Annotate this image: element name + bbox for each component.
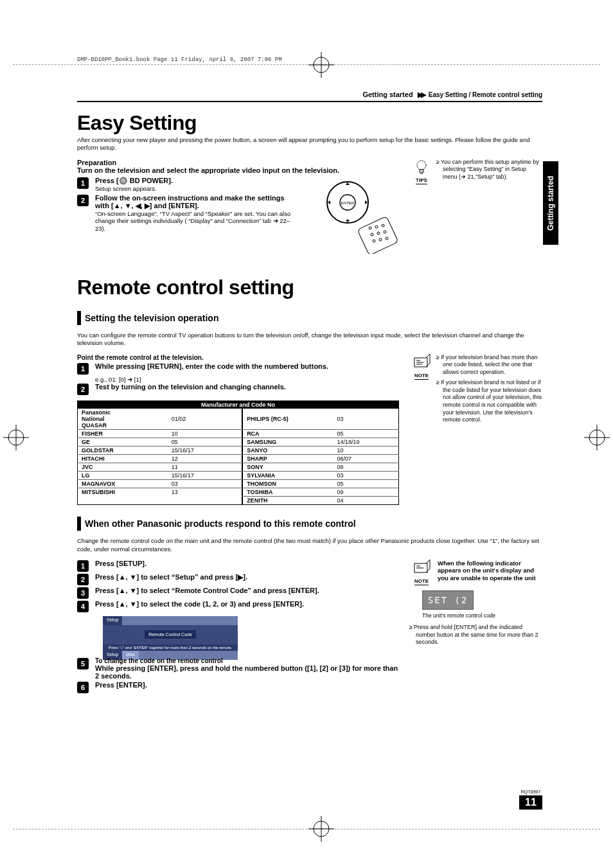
step-number-1: 1 (77, 363, 89, 375)
table-cell-code: 03 (168, 479, 242, 488)
seven-segment-display: SET ⟨2 (422, 590, 474, 610)
heading-remote-control: Remote control setting (77, 276, 542, 299)
table-cell-brand: SANYO (243, 446, 333, 454)
header-section: Getting started (362, 91, 413, 98)
step-number-1: 1 (77, 177, 89, 189)
svg-rect-15 (357, 216, 398, 254)
section-title-tv-operation: Setting the television operation (85, 311, 218, 325)
table-cell-code: 03 (333, 471, 398, 479)
step-number-5: 5 (77, 658, 89, 669)
svg-point-16 (369, 227, 371, 229)
step-number-3: 3 (77, 587, 89, 599)
tips-icon: TIPS (411, 159, 432, 184)
table-cell-code: 10 (168, 429, 242, 438)
seg-caption: The unit's remote control code (422, 612, 542, 619)
step-number-1: 1 (77, 560, 89, 572)
note-label: NOTE (414, 373, 429, 380)
table-cell-code: 05 (333, 479, 398, 488)
table-cell-code: 15/16/17 (168, 446, 242, 454)
page-frame: Getting started Getting started ▶▶ Easy … (13, 64, 600, 829)
note-icon: NOTE (411, 354, 432, 380)
table-row: ZENITH04 (78, 496, 399, 504)
note-label: NOTE (414, 578, 429, 585)
remote-step1-bold: While pressing [RETURN], enter the code … (95, 362, 399, 370)
svg-point-21 (384, 231, 386, 233)
section2-intro: Change the remote control code on the ma… (77, 537, 542, 553)
table-cell-brand: SONY (243, 463, 333, 471)
svg-rect-26 (420, 170, 423, 172)
crop-mark-icon (3, 425, 29, 450)
note-icon: NOTE (411, 560, 432, 585)
easy-step1-bold: Press [🔘 BD POWER]. (95, 177, 294, 185)
indicator-heading: When the following indicator appears on … (438, 560, 542, 581)
table-row: GOLDSTAR15/16/17SANYO10 (78, 446, 399, 454)
crop-mark-icon (308, 816, 334, 842)
svg-point-20 (377, 232, 380, 235)
section-title-other-panasonic: When other Panasonic products respond to… (85, 517, 356, 531)
setup-menu-illustration: Setup Remote Control Code Press “○” and … (103, 616, 238, 653)
table-cell-brand (78, 496, 168, 504)
table-cell-code: 01/02 (168, 409, 242, 430)
page-footer: RQT8997 11 (519, 790, 542, 810)
crop-mark-icon (584, 425, 610, 450)
svg-point-25 (417, 161, 426, 170)
table-cell-brand: TOSHIBA (243, 488, 333, 496)
table-cell-brand: SHARP (243, 454, 333, 463)
note-bullet-2: If your television brand is not listed o… (443, 379, 542, 424)
table-cell-brand: JVC (78, 463, 168, 471)
table-row: FISHER10RCA05 (78, 429, 399, 438)
table-cell-brand: THOMSON (243, 479, 333, 488)
table-cell-code: 14/18/19 (333, 438, 398, 446)
table-row: LG15/16/17SYLVANIA03 (78, 471, 399, 479)
table-row: HITACHI12SHARP06/07 (78, 454, 399, 463)
svg-point-24 (386, 237, 388, 240)
table-cell-brand: MAGNAVOX (78, 479, 168, 488)
step-number-2: 2 (77, 384, 89, 395)
section-side-tab: Getting started (543, 161, 558, 245)
tips-label: TIPS (416, 177, 427, 184)
table-cell-brand: HITACHI (78, 454, 168, 463)
heading-easy-setting: Easy Setting (77, 111, 542, 135)
table-cell-brand: SAMSUNG (243, 438, 333, 446)
step-number-6: 6 (77, 682, 89, 693)
table-cell-code: 15/16/17 (168, 471, 242, 479)
preparation-heading: Preparation (77, 159, 399, 166)
indicator-bullet: Press and hold [ENTER] and the indicated… (416, 624, 542, 646)
svg-point-17 (375, 226, 378, 228)
table-cell-code: 03 (333, 409, 398, 430)
tips-callout: TIPS You can perform this setup anytime … (411, 159, 542, 184)
table-cell-brand: SYLVANIA (243, 471, 333, 479)
table-cell-brand: FISHER (78, 429, 168, 438)
table-row: PanasonicNationalQUASAR01/02PHILIPS (RC-… (78, 409, 399, 430)
s2-step6: Press [ENTER]. (95, 681, 399, 689)
easy-step2-bold: Follow the on-screen instructions and ma… (95, 194, 294, 210)
table-row: GE05SAMSUNG14/18/19 (78, 438, 399, 446)
svg-text:ENTER: ENTER (341, 201, 355, 205)
table-cell-code: 08 (333, 463, 398, 471)
section-bar-icon (77, 517, 81, 531)
tips-bullet: You can perform this setup anytime by se… (443, 159, 542, 181)
manufacturer-code-table: Manufacturer and Code No PanasonicNation… (77, 400, 399, 505)
crop-mark-icon (308, 52, 334, 78)
s2-step4: Press [▲, ▼] to select the code (1, 2, o… (95, 600, 399, 608)
table-cell-brand: PHILIPS (RC-5) (243, 409, 333, 430)
table-cell-brand: ZENITH (243, 496, 333, 504)
table-cell-code: 12 (168, 454, 242, 463)
s2-step5-b: While pressing [ENTER], press and hold t… (95, 664, 399, 680)
table-cell-code: 11 (168, 463, 242, 471)
table-cell-brand: LG (78, 471, 168, 479)
s2-step5-a: To change the code on the remote control (95, 657, 399, 664)
point-remote-text: Point the remote control at the televisi… (77, 354, 399, 361)
svg-point-19 (371, 233, 373, 236)
easy-step2-plain: “On-screen Language”, “TV Aspect” and “S… (95, 210, 294, 233)
table-caption: Manufacturer and Code No (78, 400, 399, 409)
table-cell-code: 13 (168, 488, 242, 496)
easy-intro-text: After connecting your new player and pre… (77, 136, 542, 152)
svg-point-22 (373, 240, 375, 242)
table-cell-code: 09 (333, 488, 398, 496)
note-bullet-1: If your television brand has more than o… (443, 354, 542, 376)
s2-step3: Press [▲, ▼] to select “Remote Control C… (95, 587, 399, 594)
table-cell-code: 06/07 (333, 454, 398, 463)
table-cell-code: 05 (333, 429, 398, 438)
section-bar-icon (77, 311, 81, 325)
